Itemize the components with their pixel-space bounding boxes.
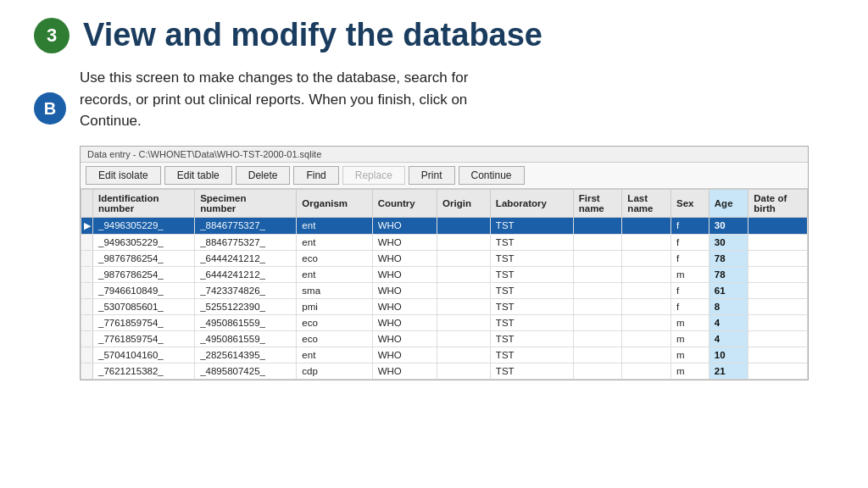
cell-country: WHO — [372, 234, 437, 250]
cell-organism: sma — [297, 282, 372, 298]
cell-age: 8 — [709, 298, 748, 314]
desc-line1: Use this screen to make changes to the d… — [80, 69, 468, 86]
cell-indicator: ▶ — [81, 217, 93, 234]
cell-age: 4 — [709, 330, 748, 347]
cell-laboratory: TST — [490, 282, 573, 298]
cell-date_of_birth — [748, 250, 808, 266]
cell-date_of_birth — [748, 330, 808, 347]
col-specimen-number: Specimennumber — [195, 189, 297, 217]
cell-last_name — [622, 217, 671, 234]
cell-organism: ent — [297, 217, 372, 234]
cell-indicator — [81, 298, 93, 314]
delete-button[interactable]: Delete — [236, 166, 291, 185]
cell-sex: f — [671, 250, 709, 266]
cell-organism: cdp — [297, 363, 372, 379]
cell-specimen_number: _4950861559_ — [195, 330, 297, 347]
cell-specimen_number: _4895807425_ — [195, 363, 297, 379]
edit-table-button[interactable]: Edit table — [164, 166, 232, 185]
desc-line3: Continue. — [80, 113, 142, 129]
cell-origin — [437, 282, 491, 298]
cell-date_of_birth — [748, 363, 808, 379]
cell-organism: ent — [297, 347, 372, 363]
cell-age: 30 — [709, 217, 748, 234]
cell-last_name — [622, 234, 671, 250]
cell-sex: f — [671, 282, 709, 298]
cell-first_name — [573, 347, 622, 363]
cell-sex: f — [671, 217, 709, 234]
cell-age: 61 — [709, 282, 748, 298]
cell-date_of_birth — [748, 347, 808, 363]
table-row[interactable]: ▶_9496305229__8846775327_entWHOTSTf30 — [81, 217, 808, 234]
cell-specimen_number: _6444241212_ — [195, 250, 297, 266]
col-organism: Organism — [297, 189, 372, 217]
cell-indicator — [81, 234, 93, 250]
cell-country: WHO — [372, 266, 437, 282]
print-button[interactable]: Print — [409, 166, 455, 185]
cell-sex: m — [671, 266, 709, 282]
db-window: Data entry - C:\WHONET\Data\WHO-TST-2000… — [80, 146, 809, 380]
table-row[interactable]: _7761859754__4950861559_ecoWHOTSTm4 — [81, 330, 808, 347]
cell-origin — [437, 347, 491, 363]
cell-origin — [437, 266, 491, 282]
cell-last_name — [622, 266, 671, 282]
cell-first_name — [573, 217, 622, 234]
table-body: ▶_9496305229__8846775327_entWHOTSTf30_94… — [81, 217, 808, 379]
table-row[interactable]: _5307085601__5255122390_pmiWHOTSTf8 — [81, 298, 808, 314]
cell-first_name — [573, 266, 622, 282]
cell-age: 10 — [709, 347, 748, 363]
continue-button[interactable]: Continue — [459, 166, 525, 185]
cell-date_of_birth — [748, 217, 808, 234]
cell-specimen_number: _5255122390_ — [195, 298, 297, 314]
table-row[interactable]: _7946610849__7423374826_smaWHOTSTf61 — [81, 282, 808, 298]
header-row: 3 View and modify the database — [34, 17, 834, 53]
cell-laboratory: TST — [490, 314, 573, 330]
table-row[interactable]: _9876786254__6444241212_ecoWHOTSTf78 — [81, 250, 808, 266]
cell-last_name — [622, 298, 671, 314]
cell-specimen_number: _2825614395_ — [195, 347, 297, 363]
col-last-name: Lastname — [622, 189, 671, 217]
cell-origin — [437, 250, 491, 266]
cell-country: WHO — [372, 363, 437, 379]
table-row[interactable]: _9496305229__8846775327_entWHOTSTf30 — [81, 234, 808, 250]
table-row[interactable]: _9876786254__6444241212_entWHOTSTm78 — [81, 266, 808, 282]
b-circle: B — [34, 92, 66, 125]
replace-button: Replace — [342, 166, 405, 185]
cell-date_of_birth — [748, 298, 808, 314]
cell-first_name — [573, 282, 622, 298]
data-table: Identificationnumber Specimennumber Orga… — [81, 189, 808, 380]
db-toolbar: Edit isolate Edit table Delete Find Repl… — [81, 163, 808, 189]
cell-origin — [437, 234, 491, 250]
cell-id_number: _5307085601_ — [93, 298, 195, 314]
page-container: 3 View and modify the database B Use thi… — [0, 0, 868, 414]
cell-laboratory: TST — [490, 250, 573, 266]
cell-organism: eco — [297, 330, 372, 347]
cell-origin — [437, 298, 491, 314]
cell-origin — [437, 330, 491, 347]
cell-age: 21 — [709, 363, 748, 379]
cell-specimen_number: _6444241212_ — [195, 266, 297, 282]
find-button[interactable]: Find — [293, 166, 338, 185]
table-row[interactable]: _7761859754__4950861559_ecoWHOTSTm4 — [81, 314, 808, 330]
cell-date_of_birth — [748, 282, 808, 298]
cell-country: WHO — [372, 250, 437, 266]
cell-indicator — [81, 314, 93, 330]
table-row[interactable]: _5704104160__2825614395_entWHOTSTm10 — [81, 347, 808, 363]
cell-organism: ent — [297, 266, 372, 282]
cell-specimen_number: _8846775327_ — [195, 234, 297, 250]
cell-last_name — [622, 347, 671, 363]
cell-laboratory: TST — [490, 266, 573, 282]
edit-isolate-button[interactable]: Edit isolate — [86, 166, 161, 185]
cell-age: 4 — [709, 314, 748, 330]
table-row[interactable]: _7621215382__4895807425_cdpWHOTSTm21 — [81, 363, 808, 379]
cell-laboratory: TST — [490, 347, 573, 363]
cell-first_name — [573, 298, 622, 314]
cell-id_number: _7946610849_ — [93, 282, 195, 298]
cell-country: WHO — [372, 330, 437, 347]
cell-first_name — [573, 314, 622, 330]
cell-id_number: _7761859754_ — [93, 314, 195, 330]
cell-laboratory: TST — [490, 330, 573, 347]
col-id-number: Identificationnumber — [93, 189, 195, 217]
col-origin: Origin — [437, 189, 491, 217]
table-header-row: Identificationnumber Specimennumber Orga… — [81, 189, 808, 217]
cell-id_number: _7761859754_ — [93, 330, 195, 347]
